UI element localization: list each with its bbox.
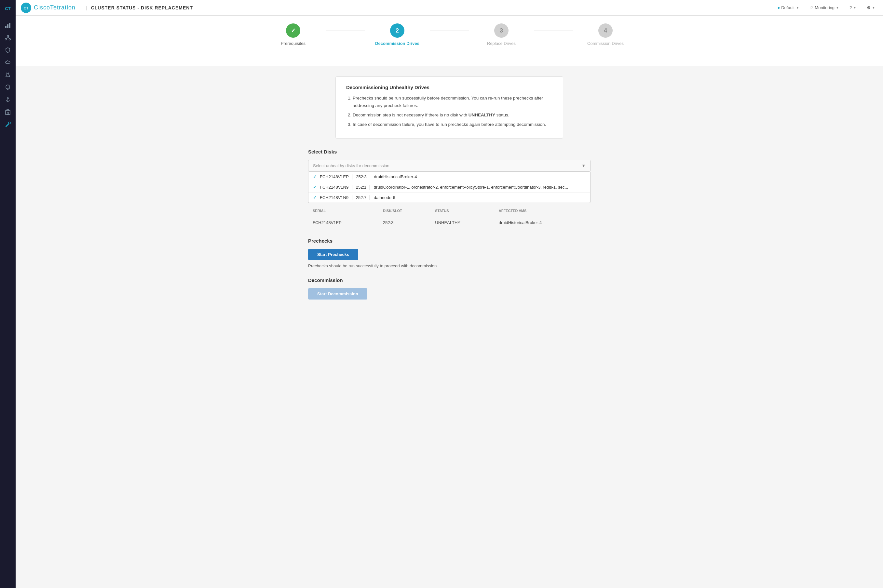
stepper-wrapper: ✓ Prerequisites 2 Decommission Drives 3 …	[16, 16, 883, 66]
step-decommission: 2 Decommission Drives	[365, 23, 430, 46]
cell-affected-vms: druidHistoricalBroker-4	[494, 216, 590, 229]
th-affected: Affected VMs	[494, 206, 590, 216]
cell-serial: FCH2148V1EP	[308, 216, 378, 229]
disk-table: Serial Disk/Slot Status Affected VMs FCH…	[308, 206, 590, 229]
sidebar-logo: CT	[2, 3, 14, 14]
decommission-section: Decommission Start Decommission	[303, 278, 596, 300]
step-label-prerequisites: Prerequisites	[281, 41, 305, 46]
step-commission: 4 Commission Drives	[573, 23, 638, 46]
info-box-title: Decommissioning Unhealthy Drives	[346, 84, 553, 90]
svg-rect-2	[5, 26, 6, 28]
step-replace: 3 Replace Drives	[469, 23, 534, 46]
sidebar-item-security[interactable]	[2, 44, 14, 56]
step-connector-2	[430, 31, 469, 31]
dropdown-placeholder: Select unhealthy disks for decommission	[313, 163, 389, 168]
info-item-1: Prechecks should be run successfully bef…	[353, 94, 553, 110]
sidebar-item-building[interactable]	[2, 106, 14, 118]
dropdown-option-3[interactable]: ✓ FCH2148V1N9 │ 252:7 │ datanode-6	[308, 192, 590, 202]
default-label: Default	[781, 5, 794, 10]
check-icon-2: ✓	[313, 185, 317, 190]
option-1-text: FCH2148V1EP │ 252:3 │ druidHistoricalBro…	[320, 174, 417, 179]
option-3-text: FCH2148V1N9 │ 252:7 │ datanode-6	[320, 195, 395, 200]
dropdown-option-2[interactable]: ✓ FCH2148V1N9 │ 252:1 │ druidCoordinator…	[308, 182, 590, 192]
settings-button[interactable]: ⚙ ▼	[864, 4, 878, 11]
svg-rect-15	[6, 111, 10, 114]
sidebar-item-anchor[interactable]	[2, 94, 14, 105]
step-circle-replace: 3	[494, 23, 509, 38]
step-label-commission: Commission Drives	[587, 41, 624, 46]
info-item-2: Decommission step is not necessary if th…	[353, 111, 553, 119]
start-prechecks-button[interactable]: Start Prechecks	[308, 249, 358, 260]
help-button[interactable]: ? ▼	[847, 4, 859, 11]
info-box-list: Prechecks should be run successfully bef…	[346, 94, 553, 129]
svg-rect-4	[9, 23, 11, 28]
step-connector-1	[326, 31, 365, 31]
chevron-down-icon-dropdown: ▼	[581, 163, 586, 168]
th-status: Status	[431, 206, 494, 216]
prechecks-title: Prechecks	[308, 238, 590, 244]
select-disks-title: Select Disks	[308, 149, 590, 154]
prechecks-help-text: Prechecks should be run successfully to …	[308, 263, 590, 268]
sidebar: CT	[0, 0, 16, 588]
info-item-3: In case of decommission failure, you hav…	[353, 121, 553, 129]
svg-point-7	[9, 39, 11, 40]
prechecks-section: Prechecks Start Prechecks Prechecks shou…	[303, 238, 596, 268]
option-2-text: FCH2148V1N9 │ 252:1 │ druidCoordinator-1…	[320, 185, 568, 190]
select-disks-section: Select Disks Select unhealthy disks for …	[303, 149, 596, 229]
dropdown-options: ✓ FCH2148V1EP │ 252:3 │ druidHistoricalB…	[308, 172, 590, 203]
content-area: ✓ Prerequisites 2 Decommission Drives 3 …	[16, 16, 883, 588]
check-icon-1: ✓	[313, 174, 317, 179]
sidebar-item-charts[interactable]	[2, 20, 14, 31]
svg-line-8	[6, 37, 8, 39]
disk-dropdown[interactable]: Select unhealthy disks for decommission …	[308, 160, 590, 172]
default-dropdown[interactable]: ● Default ▼	[775, 4, 802, 11]
svg-rect-16	[7, 112, 9, 114]
chevron-down-icon-3: ▼	[853, 6, 856, 9]
topnav-right: ● Default ▼ ♡ Monitoring ▼ ? ▼ ⚙ ▼	[775, 4, 878, 11]
svg-point-13	[7, 98, 9, 99]
monitoring-dropdown[interactable]: ♡ Monitoring ▼	[807, 4, 842, 11]
step-prerequisites: ✓ Prerequisites	[261, 23, 326, 46]
brand-logo: CT CiscoTetration	[21, 3, 75, 13]
svg-text:CT: CT	[24, 6, 29, 10]
cell-slot: 252:3	[378, 216, 431, 229]
step-circle-commission: 4	[598, 23, 613, 38]
svg-rect-3	[7, 24, 9, 28]
page-title: CLUSTER STATUS - DISK REPLACEMENT	[91, 5, 193, 10]
monitoring-label: Monitoring	[815, 5, 835, 10]
chevron-down-icon-4: ▼	[872, 6, 875, 9]
th-slot: Disk/Slot	[378, 206, 431, 216]
step-circle-prerequisites: ✓	[286, 23, 300, 38]
svg-line-9	[8, 37, 9, 39]
dropdown-option-1[interactable]: ✓ FCH2148V1EP │ 252:3 │ druidHistoricalB…	[308, 172, 590, 182]
step-label-replace: Replace Drives	[487, 41, 516, 46]
svg-point-5	[7, 36, 9, 37]
step-circle-decommission: 2	[390, 23, 404, 38]
info-box: Decommissioning Unhealthy Drives Prechec…	[335, 76, 563, 138]
th-serial: Serial	[308, 206, 378, 216]
step-connector-3	[534, 31, 573, 31]
help-icon: ?	[850, 5, 852, 10]
topnav: CT CiscoTetration | CLUSTER STATUS - DIS…	[16, 0, 883, 16]
table-row: FCH2148V1EP 252:3 UNHEALTHY druidHistori…	[308, 216, 590, 229]
sidebar-item-wrench[interactable]	[2, 118, 14, 130]
step-label-decommission: Decommission Drives	[375, 41, 419, 46]
check-icon-3: ✓	[313, 195, 317, 200]
svg-point-6	[5, 39, 7, 40]
table-header-row: Serial Disk/Slot Status Affected VMs	[308, 206, 590, 216]
sidebar-item-alerts[interactable]	[2, 81, 14, 93]
svg-text:CT: CT	[5, 6, 11, 11]
sidebar-item-cloud[interactable]	[2, 57, 14, 68]
start-decommission-button[interactable]: Start Decommission	[308, 288, 367, 300]
chevron-down-icon-2: ▼	[836, 6, 839, 9]
sidebar-item-topology[interactable]	[2, 32, 14, 44]
cell-status: UNHEALTHY	[431, 216, 494, 229]
brand-name: CiscoTetration	[34, 4, 75, 11]
decommission-title: Decommission	[308, 278, 590, 283]
gear-icon: ⚙	[867, 5, 871, 10]
sidebar-item-lab[interactable]	[2, 69, 14, 81]
main-wrapper: CT CiscoTetration | CLUSTER STATUS - DIS…	[16, 0, 883, 588]
chevron-down-icon: ▼	[796, 6, 799, 9]
stepper: ✓ Prerequisites 2 Decommission Drives 3 …	[16, 16, 883, 55]
